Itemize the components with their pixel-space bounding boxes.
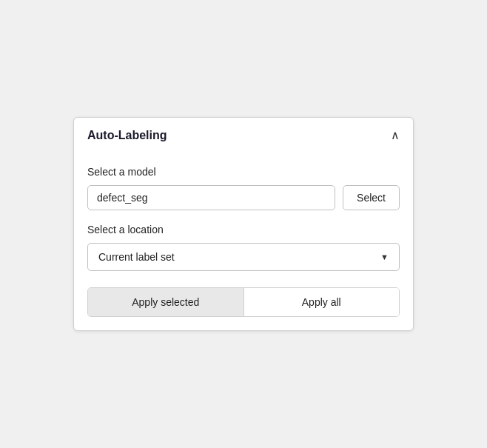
apply-selected-button[interactable]: Apply selected: [88, 288, 244, 316]
model-section-label: Select a model: [87, 166, 400, 178]
panel-title: Auto-Labeling: [87, 129, 167, 142]
select-model-button[interactable]: Select: [343, 185, 400, 210]
location-dropdown[interactable]: Current label set ▼: [87, 243, 400, 271]
location-dropdown-value: Current label set: [98, 251, 175, 263]
model-row: Select: [87, 185, 400, 210]
apply-all-button[interactable]: Apply all: [244, 288, 400, 316]
panel-header: Auto-Labeling ∧: [74, 118, 413, 151]
collapse-icon[interactable]: ∧: [391, 128, 400, 142]
model-input[interactable]: [87, 185, 335, 210]
dropdown-arrow-icon: ▼: [380, 253, 389, 261]
panel-body: Select a model Select Select a location …: [74, 151, 413, 330]
action-row: Apply selected Apply all: [87, 287, 400, 317]
location-section-label: Select a location: [87, 224, 400, 235]
auto-labeling-panel: Auto-Labeling ∧ Select a model Select Se…: [73, 117, 414, 331]
